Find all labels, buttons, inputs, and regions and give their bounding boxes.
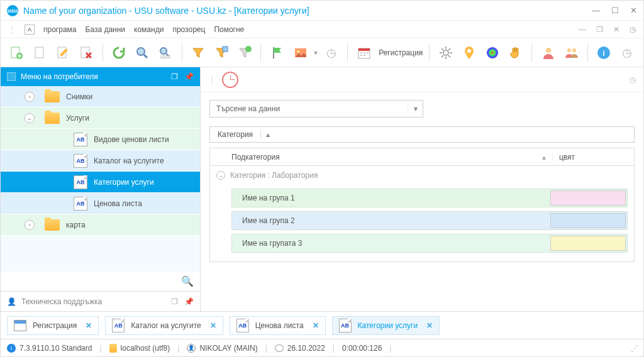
svg-text:i: i — [603, 49, 605, 58]
column-color[interactable]: цвят — [552, 153, 634, 162]
cell-name: Име на група 1 — [242, 194, 295, 202]
delete-document-button[interactable] — [77, 43, 96, 63]
support-label[interactable]: Техническа поддръжка — [21, 297, 102, 306]
search-label: Търсене на данни — [210, 104, 408, 113]
calendar-icon — [14, 320, 26, 331]
clock-icon[interactable] — [222, 72, 238, 88]
document-icon: AB — [74, 197, 87, 211]
svg-rect-7 — [223, 47, 228, 52]
document-icon: AB — [74, 154, 87, 168]
close-button[interactable]: ✕ — [630, 6, 637, 15]
tree-item-snimki[interactable]: › Снимки — [1, 86, 200, 107]
users-button[interactable] — [562, 43, 581, 63]
dropdown-arrow-icon[interactable]: ▾ — [408, 104, 423, 113]
dropdown-indicator-icon[interactable]: ▾ — [314, 48, 318, 57]
mdi-minimize-button[interactable]: — — [579, 25, 586, 34]
content-header: ⋮ ◷ — [201, 67, 643, 92]
svg-rect-12 — [358, 48, 370, 51]
color-button[interactable] — [482, 43, 502, 63]
sort-indicator-icon[interactable]: ▴ — [542, 153, 546, 162]
svg-point-15 — [487, 47, 498, 58]
category-group-box[interactable]: Категория ▴ — [209, 126, 635, 143]
tab-catalog[interactable]: AB Каталог на услугите ✕ — [105, 316, 223, 335]
tree-label: Видове ценови листи — [94, 135, 169, 144]
tab-close-button[interactable]: ✕ — [313, 321, 319, 330]
tree-item-categories[interactable]: AB Категории услуги — [1, 172, 200, 193]
status-date: 26.10.2022 — [287, 344, 325, 353]
sidebar-footer-dock-button[interactable]: ❐ — [171, 297, 178, 306]
refresh-button[interactable] — [109, 43, 129, 63]
sidebar-pin-button[interactable]: 📌 — [184, 72, 194, 81]
menu-help[interactable]: Помогне — [214, 25, 244, 34]
tree-item-price-types[interactable]: AB Видове ценови листи — [1, 129, 200, 150]
sidebar-search-button[interactable]: 🔍 — [1, 272, 200, 291]
expand-icon[interactable]: › — [25, 92, 35, 102]
search-list-button[interactable] — [156, 43, 175, 63]
content-area: ⋮ ◷ Търсене на данни ▾ Категория ▴ Подка… — [201, 67, 643, 311]
tree-item-catalog[interactable]: AB Каталог на услугите — [1, 150, 200, 172]
sidebar-tree[interactable]: › Снимки ⌄ Услуги AB Видове ценови листи… — [1, 86, 200, 272]
main-toolbar: ▾ ◷ Регистрация i ◷ — [1, 38, 643, 67]
menu-database[interactable]: База данни — [86, 25, 126, 34]
sidebar: Меню на потребителя ❐ 📌 › Снимки ⌄ Услуг… — [1, 67, 201, 311]
collapse-arrow-icon[interactable]: ▴ — [260, 130, 274, 139]
flag-button[interactable] — [267, 43, 287, 63]
document-button[interactable] — [30, 43, 50, 63]
menu-program[interactable]: програма — [43, 25, 77, 34]
status-version: 7.3.9110.10 Standard — [19, 344, 92, 353]
settings-button[interactable] — [436, 43, 455, 63]
minimize-button[interactable]: — — [592, 6, 600, 15]
tab-close-button[interactable]: ✕ — [210, 321, 216, 330]
menu-window[interactable]: прозорец — [172, 25, 205, 34]
registration-label[interactable]: Регистрация — [379, 48, 423, 57]
tab-registration[interactable]: Регистрация ✕ — [7, 316, 99, 335]
grid-row[interactable]: Име на група 2 — [231, 211, 628, 230]
column-subcategory[interactable]: Подкатегория ▴ — [225, 153, 552, 162]
info-button[interactable]: i — [594, 43, 614, 63]
tab-categories[interactable]: AB Категории услуги ✕ — [332, 316, 440, 335]
filter-button[interactable] — [189, 43, 208, 63]
user-button[interactable] — [538, 43, 558, 63]
menu-commands[interactable]: команди — [134, 25, 164, 34]
search-button[interactable] — [133, 43, 152, 63]
tab-close-button[interactable]: ✕ — [86, 321, 92, 330]
location-button[interactable] — [459, 43, 479, 63]
content-handle-icon: ⋮ — [208, 75, 216, 84]
sidebar-footer-pin-button[interactable]: 📌 — [184, 297, 194, 306]
svg-point-13 — [443, 50, 448, 55]
support-icon: 👤 — [7, 297, 16, 306]
new-document-button[interactable] — [7, 43, 26, 63]
resize-grip-icon[interactable]: ⋰ — [631, 344, 637, 353]
expand-icon[interactable]: › — [25, 220, 35, 230]
group-label: Категория : Лаборатория — [230, 171, 318, 180]
tab-pricelist[interactable]: AB Ценова листа ✕ — [230, 316, 326, 335]
sidebar-header-icon — [7, 72, 16, 81]
content-help-icon[interactable]: ◷ — [630, 75, 636, 84]
sidebar-dock-button[interactable]: ❐ — [171, 72, 178, 81]
grid-row[interactable]: Име на група 1 — [231, 189, 628, 207]
calendar-button[interactable] — [354, 43, 374, 63]
filter-clear-button[interactable] — [235, 43, 255, 63]
grid-group-row[interactable]: ⌄ Категория : Лаборатория — [210, 166, 634, 185]
mdi-help-button[interactable]: ◷ — [630, 25, 636, 34]
tab-close-button[interactable]: ✕ — [426, 321, 433, 330]
toolbar-help-icon[interactable]: ◷ — [618, 43, 637, 63]
mdi-restore-button[interactable]: ❐ — [596, 25, 603, 34]
group-collapse-icon[interactable]: ⌄ — [216, 171, 225, 180]
tree-item-karta[interactable]: › карта — [1, 214, 200, 236]
tree-label: карта — [66, 221, 86, 229]
maximize-button[interactable]: ☐ — [611, 6, 619, 15]
document-icon: AB — [112, 319, 125, 332]
edit-document-button[interactable] — [53, 43, 73, 63]
image-button[interactable] — [291, 43, 310, 63]
tree-item-pricelist[interactable]: AB Ценова листа — [1, 193, 200, 214]
tree-item-uslugi[interactable]: ⌄ Услуги — [1, 107, 200, 129]
svg-rect-2 — [35, 47, 43, 58]
mdi-close-button[interactable]: ✕ — [613, 25, 619, 34]
text-tool-icon[interactable]: A — [25, 25, 35, 35]
search-dropdown[interactable]: Търсене на данни ▾ — [209, 100, 423, 118]
filter-settings-button[interactable] — [212, 43, 231, 63]
grid-row[interactable]: Име на групата 3 — [231, 234, 628, 253]
hand-button[interactable] — [506, 43, 525, 63]
collapse-icon[interactable]: ⌄ — [25, 113, 35, 123]
